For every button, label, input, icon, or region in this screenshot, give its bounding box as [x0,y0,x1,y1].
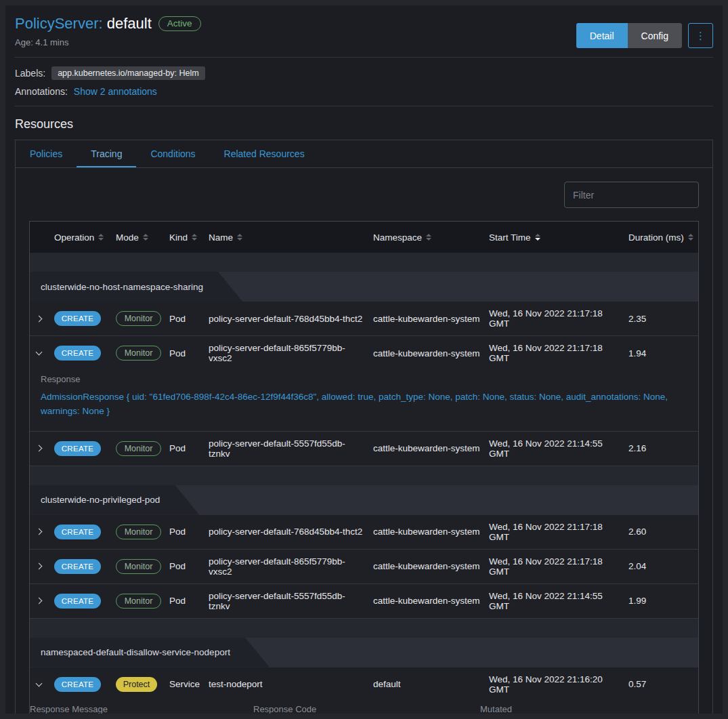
name-cell: test-nodeport [209,679,373,689]
policy-group-tab: namespaced-default-disallow-service-node… [30,638,270,667]
table-row: CREATE Monitor Pod policy-server-default… [30,432,698,466]
column-header-start-time[interactable]: Start Time [489,224,628,251]
annotations-row: Annotations: Show 2 annotations [15,86,713,97]
duration-cell: 1.99 [628,596,698,606]
table-row: CREATE Protect Service test-nodeport def… [30,667,698,719]
column-header-label: Duration (ms) [628,232,684,243]
tab-tracing[interactable]: Tracing [77,140,136,167]
sort-icon [98,234,104,241]
label-chip: app.kubernetes.io/managed-by: Helm [51,66,205,80]
column-header-label: Mode [116,232,139,243]
table-header-row: Operation Mode Kind Name Namespace Start… [30,222,698,253]
status-badge: Active [158,16,201,31]
operation-badge: CREATE [54,311,101,326]
expand-toggle[interactable] [30,446,54,451]
column-header-namespace[interactable]: Namespace [373,224,489,251]
name-cell: policy-server-default-768d45bb4-thct2 [209,527,373,537]
policy-group-tab: clusterwide-no-host-namespace-sharing [30,272,242,302]
operation-badge: CREATE [54,346,101,361]
policy-server-detail-page: PolicyServer: default Active Age: 4.1 mi… [0,0,728,719]
tracing-table: Operation Mode Kind Name Namespace Start… [29,221,699,719]
sort-icon [426,234,431,241]
expand-toggle[interactable] [30,352,54,354]
kind-cell: Pod [169,561,209,571]
mode-badge: Monitor [116,559,161,574]
name-cell: policy-server-default-5557fd55db-tznkv [209,591,373,611]
column-header-mode[interactable]: Mode [116,224,169,251]
policy-group-title: namespaced-default-disallow-service-node… [41,647,257,657]
resources-tabbed-box: Policies Tracing Conditions Related Reso… [15,140,713,719]
operation-badge: CREATE [54,677,101,692]
column-header-duration-ms[interactable]: Duration (ms) [628,224,698,251]
tab-policies[interactable]: Policies [16,140,77,167]
namespace-cell: cattle-kubewarden-system [373,596,489,606]
policy-group-header: clusterwide-no-host-namespace-sharing [30,272,698,302]
column-header-kind[interactable]: Kind [169,224,209,251]
expand-toggle[interactable] [30,529,54,534]
kind-cell: Pod [169,443,209,453]
sort-icon [688,234,693,241]
start-time-cell: Wed, 16 Nov 2022 21:17:18 GMT [489,308,628,329]
mode-badge: Monitor [116,311,161,326]
annotations-label: Annotations: [15,86,68,97]
kebab-menu-icon[interactable]: ⋮ [688,23,713,48]
labels-row: Labels: app.kubernetes.io/managed-by: He… [15,66,713,80]
operation-badge: CREATE [54,441,101,456]
namespace-cell: default [373,679,489,689]
kind-cell: Service [169,679,209,689]
column-header-operation[interactable]: Operation [54,224,116,251]
start-time-cell: Wed, 16 Nov 2022 21:16:20 GMT [489,674,628,695]
page-title: PolicyServer: default [15,15,152,33]
resource-name-label: default [107,15,152,32]
table-row: CREATE Monitor Pod policy-server-default… [30,515,698,550]
group-spacer [30,466,698,485]
operation-badge: CREATE [54,525,101,539]
operation-badge: CREATE [54,594,101,609]
sort-icon [237,234,242,241]
policy-group-tab: clusterwide-no-privileged-pod [30,485,199,515]
config-button[interactable]: Config [628,23,682,48]
duration-cell: 2.04 [628,561,698,571]
kind-cell: Pod [169,314,209,324]
policy-group-header: clusterwide-no-privileged-pod [30,485,698,515]
name-cell: policy-server-default-865f5779bb-vxsc2 [209,556,373,577]
namespace-cell: cattle-kubewarden-system [373,443,489,453]
resources-section-title: Resources [15,117,713,131]
column-header-label: Operation [54,232,94,243]
filter-input[interactable] [564,182,699,208]
expand-toggle[interactable] [30,564,54,569]
verdict-detail: Response Message Service of type NodePor… [30,701,698,719]
policy-group-header: namespaced-default-disallow-service-node… [30,638,698,667]
duration-cell: 2.16 [628,443,698,453]
column-header-name[interactable]: Name [209,224,373,251]
mode-badge: Monitor [116,594,161,609]
tracing-panel: Operation Mode Kind Name Namespace Start… [16,168,712,719]
expand-toggle[interactable] [30,598,54,603]
group-spacer [30,619,698,638]
labels-label: Labels: [15,68,45,79]
policy-group-title: clusterwide-no-privileged-pod [41,495,187,505]
detail-button[interactable]: Detail [576,23,628,48]
tab-related-resources[interactable]: Related Resources [210,140,319,167]
column-header-label: Kind [169,232,188,243]
namespace-cell: cattle-kubewarden-system [373,527,489,537]
response-code-label: Response Code [253,704,480,714]
table-row: CREATE Monitor Pod policy-server-default… [30,336,698,432]
response-message-label: Response Message [30,704,253,714]
mode-badge: Monitor [116,525,161,539]
duration-cell: 2.60 [628,527,698,537]
expand-toggle[interactable] [30,683,54,686]
column-header-label: Name [209,232,233,243]
group-spacer [30,253,698,272]
namespace-cell: cattle-kubewarden-system [373,561,489,571]
mode-badge: Monitor [116,441,161,456]
table-row: CREATE Monitor Pod policy-server-default… [30,302,698,336]
expand-toggle[interactable] [30,316,54,321]
duration-cell: 2.35 [628,314,698,324]
response-detail: Response AdmissionResponse { uid: "61fed… [30,370,698,431]
mode-badge: Protect [116,677,157,692]
tab-conditions[interactable]: Conditions [136,140,209,167]
response-text: AdmissionResponse { uid: "61fed706-898f-… [41,390,687,419]
kind-cell: Pod [169,596,209,606]
show-annotations-link[interactable]: Show 2 annotations [74,86,157,97]
